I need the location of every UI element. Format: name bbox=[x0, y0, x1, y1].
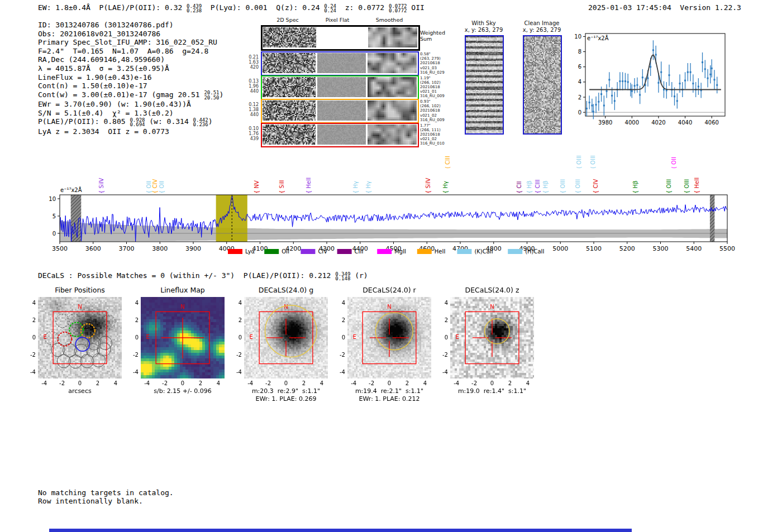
line-label-Hγ: { Hγ bbox=[365, 181, 371, 194]
line-label-OII: ( OII bbox=[671, 157, 677, 169]
panel-xtick: -2 bbox=[56, 380, 68, 386]
line-label-Hγ: { Hγ bbox=[352, 181, 359, 194]
panel-caption: EWr: 1. PLAE: 0.212 bbox=[342, 395, 437, 402]
legend-swatch-(H)CaII bbox=[508, 249, 522, 254]
legend-label: (H)CaII bbox=[525, 248, 544, 255]
panel-xtick: 4 bbox=[213, 380, 224, 386]
line-label-Hγ: { Hγ bbox=[442, 181, 449, 194]
spec2d-1-raw bbox=[263, 53, 316, 73]
line-label-SiIV: { SiIV bbox=[98, 178, 104, 194]
fit-ytick: 10 bbox=[574, 33, 581, 40]
clean-image-title: Clean Imagex, y: 263, 279 bbox=[515, 20, 569, 33]
panel-decals-24-0-g: DECaLS(24.0) gNE-4-4-2-2002244m:20.3 re:… bbox=[244, 286, 328, 403]
with-sky-image bbox=[465, 35, 504, 135]
panel-decals-24-0-z: DECaLS(24.0) zNE-4-4-2-2002244m:19.0 re:… bbox=[450, 286, 534, 403]
spec2d-3-flat bbox=[317, 100, 366, 121]
spec2d-left-label: 439 bbox=[244, 136, 259, 141]
line-fit-plot: 024681039804000402040404060e⁻¹⁷x2Å bbox=[574, 22, 782, 131]
line-label-HeII: { HeII bbox=[694, 178, 700, 194]
legend-swatch-MgII bbox=[377, 249, 392, 254]
line-label-OIII: { OIII bbox=[560, 179, 566, 194]
line-label-SiIV: { SiIV bbox=[425, 178, 431, 194]
spectrum-xtick: 5300 bbox=[653, 245, 669, 252]
panel-xtick: 4 bbox=[316, 380, 327, 386]
info-line-12: LyA z = 2.3034 OII z = 0.0773 bbox=[38, 127, 223, 136]
panel-xtick: 0 bbox=[74, 380, 85, 386]
panel-ytick: -2 bbox=[334, 352, 345, 358]
spec2d-1-flat bbox=[317, 53, 366, 73]
legend-label: CIV bbox=[318, 248, 327, 255]
info-line-5: λ = 4015.87Å σ = 3.25(±0.95)Å bbox=[38, 64, 223, 73]
compass-east: E bbox=[44, 334, 47, 340]
panel-xtick: 0 bbox=[384, 380, 395, 386]
spectrum-xtick: 3800 bbox=[152, 245, 168, 252]
panel-xtick: 2 bbox=[402, 380, 413, 386]
spec2d-right-label: 20210618 bbox=[420, 85, 440, 89]
spec2d-right-label: 316_RU_009 bbox=[420, 94, 445, 98]
panel-overlay: NE bbox=[244, 297, 328, 378]
legend-swatch-(K)CaII bbox=[457, 249, 471, 254]
panel-ytick: 2 bbox=[25, 317, 36, 323]
panel-xtick: -2 bbox=[469, 380, 480, 386]
panel-xtick: -4 bbox=[451, 380, 462, 386]
stacked-value: 20.5120.50 bbox=[204, 90, 219, 100]
panel-xtick: -4 bbox=[141, 380, 152, 386]
spec2d-2-smooth bbox=[368, 77, 417, 97]
decals-match-line: DECaLS : Possible Matches = 0 (within +/… bbox=[38, 271, 368, 281]
line-label-OIII: { OIII bbox=[666, 179, 672, 194]
spec2d-left-label: 440 bbox=[244, 112, 259, 117]
stacked-value: 0.07720.0772 bbox=[389, 4, 407, 13]
legend-swatch-HeII bbox=[417, 249, 432, 254]
spec2d-3-smooth bbox=[368, 100, 417, 121]
compass-north: N bbox=[78, 304, 82, 310]
spec2d-4-raw bbox=[263, 124, 316, 145]
panel-xtick: 2 bbox=[504, 380, 516, 386]
line-label-OIII: ( OIII bbox=[576, 155, 582, 169]
panel-title: Lineflux Map bbox=[141, 286, 225, 294]
spectrum-xtick: 5200 bbox=[619, 245, 635, 252]
panel-decals-24-0-r: DECaLS(24.0) rNE-4-4-2-2002244m:19.4 re:… bbox=[347, 286, 431, 403]
spec2d-4-smooth bbox=[368, 124, 417, 145]
info-line-8: Cont(w) = 3.00(±0.01)e-17 (gmag 20.51 20… bbox=[38, 90, 223, 100]
compass-east: E bbox=[146, 334, 150, 340]
timestamp-version: 2025-01-03 17:45:04 Version 1.22.3 bbox=[588, 3, 741, 12]
catalog-note-2: Row intentionally blank. bbox=[38, 497, 143, 506]
spec2d-right-label: 0.93" bbox=[420, 99, 431, 104]
panel-ytick: -4 bbox=[231, 369, 242, 375]
panel-ytick: -4 bbox=[25, 369, 36, 375]
stacked-value: 0.240.24 bbox=[324, 4, 336, 13]
panel-caption: m:19.0 re:1.4" s:1.1" bbox=[445, 387, 540, 395]
spec2d-left-label: 0.21 bbox=[244, 55, 259, 60]
fit-xtick: 3980 bbox=[598, 119, 612, 126]
line-label-OIII: { OIII bbox=[684, 179, 690, 194]
spec2d-left-label: 1.38 bbox=[244, 107, 259, 112]
fit-ytick: 2 bbox=[578, 94, 581, 100]
spec2d-right-label: 0.58" bbox=[420, 52, 431, 56]
spec2d-row-1 bbox=[261, 51, 419, 76]
spec2d-right-label: 1.19" bbox=[420, 76, 431, 80]
panel-xtick: 4 bbox=[419, 380, 431, 386]
weighted-sum-label: Weighted Sum bbox=[420, 30, 445, 42]
info-line-6: LineFlux = 1.90(±0.43)e-16 bbox=[38, 73, 223, 82]
panel-ytick: 2 bbox=[437, 317, 448, 323]
summary-line: EW: 1.8±0.4Å P(LAE)/P(OII): 0.32 0.4390.… bbox=[38, 3, 425, 13]
selected-fiber-circle bbox=[58, 332, 71, 346]
spec2d-4-flat bbox=[317, 124, 366, 145]
spec2d-left-label: 0.13 bbox=[244, 79, 259, 84]
panel-ytick: 2 bbox=[231, 317, 242, 323]
compass-east: E bbox=[250, 334, 253, 340]
panel-overlay: NE bbox=[141, 297, 225, 378]
spec2d-right-label: 316_RU_010 bbox=[420, 141, 445, 146]
legend-swatch-Lyα bbox=[228, 249, 242, 254]
panel-xtick: -4 bbox=[348, 380, 359, 386]
fit-ylabel: e⁻¹⁷x2Å bbox=[587, 35, 609, 41]
panel-title: DECaLS(24.0) r bbox=[347, 286, 431, 294]
spec2d-right-label: v021_01 bbox=[420, 89, 437, 94]
panel-ytick: 2 bbox=[334, 317, 345, 323]
panel-ytick: 0 bbox=[231, 334, 242, 341]
spectrum-xtick: 3500 bbox=[52, 245, 68, 252]
spectrum-ylabel: e⁻¹⁷x2Å bbox=[60, 186, 82, 193]
spectrum-ytick: 0 bbox=[53, 231, 56, 237]
compass-north: N bbox=[284, 304, 288, 310]
line-label-Hβ: { Hβ bbox=[542, 181, 549, 194]
